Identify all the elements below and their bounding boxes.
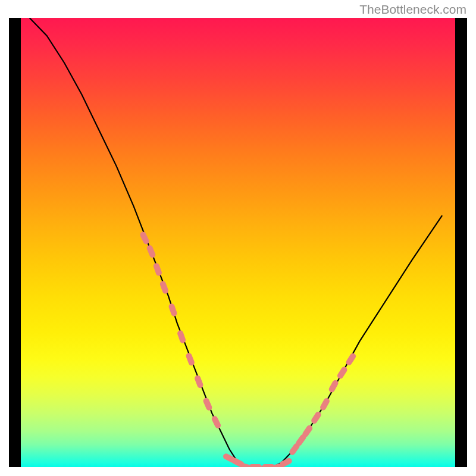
marker-pill [319,397,330,411]
chart-container: TheBottleneck.com [0,0,476,476]
marker-pill [185,352,195,367]
marker-pill [159,280,169,295]
marker-pill [202,397,213,411]
marker-pill [177,330,187,344]
marker-pill [249,464,262,467]
marker-pill [336,366,348,380]
curve-layer [9,18,467,467]
marker-pill [139,231,151,245]
plot-area [9,18,467,467]
watermark-text: TheBottleneck.com [359,2,466,17]
marker-pill [146,245,156,259]
bottleneck-curve [30,18,443,467]
marker-group [139,231,357,467]
marker-pill [310,411,322,425]
marker-pill [211,415,222,429]
marker-pill [194,374,204,389]
marker-pill [168,303,178,317]
marker-pill [152,262,162,277]
